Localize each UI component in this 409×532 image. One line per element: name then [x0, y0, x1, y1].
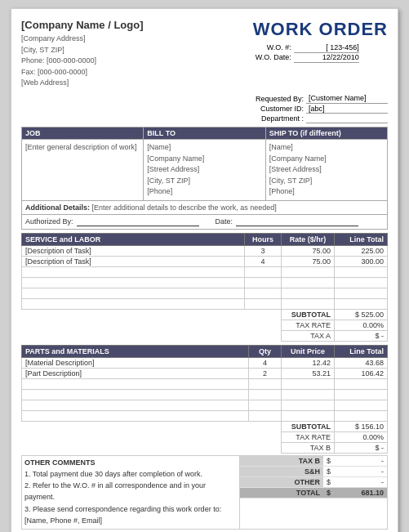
parts-data-row: [Part Description] 2 53.21 106.42 — [22, 368, 388, 378]
total-value: 681.10 — [334, 487, 387, 498]
parts-subtotal-value: $ 156.10 — [335, 421, 388, 431]
job-header: JOB BILL TO SHIP TO (if different) — [22, 127, 387, 139]
parts-empty-row — [22, 378, 388, 389]
comment-item: 1. Total payment due 30 days after compl… — [24, 468, 237, 480]
service-taxrate-label: TAX RATE — [282, 320, 335, 330]
customer-id-value: [abc] — [306, 104, 388, 114]
parts-qty-header: Qty — [249, 345, 282, 357]
other-sym: $ — [323, 476, 334, 487]
service-row-hours: 4 — [245, 256, 282, 266]
parts-empty-row — [22, 389, 388, 400]
wo-number-label: W.O. #: — [253, 42, 294, 52]
customer-id-label: Customer ID: — [253, 104, 306, 114]
wo-date-value: 12/22/2010 — [294, 52, 359, 62]
taxb-label: TAX B — [240, 456, 323, 467]
service-empty-row — [22, 266, 388, 277]
parts-total-header: Line Total — [335, 345, 388, 357]
page-title: WORK ORDER — [253, 19, 388, 40]
service-row-desc: [Description of Task] — [22, 245, 245, 256]
parts-taxrate-row: TAX RATE 0.00% — [22, 431, 388, 442]
company-phone: Phone: [000-000-0000] — [21, 56, 144, 67]
sh-row: S&H $ - — [240, 466, 387, 476]
service-empty-row — [22, 277, 388, 288]
totals-section: TAX B $ - S&H $ - OTHER $ - TOTAL $ — [240, 456, 387, 530]
parts-row-qty: 4 — [249, 357, 282, 368]
service-taxrate-value: 0.00% — [335, 320, 388, 330]
bill-to: [Name] [Company Name] [Street Address] [… — [144, 140, 265, 200]
parts-row-unit: 12.42 — [282, 357, 335, 368]
parts-tax-row: TAX B $ - — [22, 442, 388, 453]
authorized-by: Authorized By: — [25, 217, 199, 226]
parts-taxrate-label: TAX RATE — [282, 431, 335, 442]
total-sym: $ — [323, 487, 334, 498]
other-value: - — [334, 476, 387, 487]
service-desc-header: SERVICE and LABOR — [22, 233, 245, 245]
service-row-rate: 75.00 — [282, 245, 335, 256]
parts-empty-row — [22, 410, 388, 421]
taxb-value: - — [334, 456, 387, 467]
job-section: JOB BILL TO SHIP TO (if different) [Ente… — [21, 127, 388, 230]
comment-item: [Name, Phone #, Email] — [24, 515, 237, 526]
bill-col-label: BILL TO — [143, 127, 265, 139]
parts-empty-row — [22, 400, 388, 410]
wo-date-label: W.O. Date: — [253, 52, 294, 62]
parts-row-unit: 53.21 — [282, 368, 335, 378]
parts-tax-value: $ - — [335, 442, 388, 453]
service-row-total: 225.00 — [335, 245, 388, 256]
company-block: [Company Name / Logo] [Company Address] … — [21, 19, 144, 89]
parts-materials-table: PARTS and MATERIALS Qty Unit Price Line … — [21, 345, 388, 454]
comments-left: OTHER COMMENTS 1. Total payment due 30 d… — [22, 456, 240, 530]
service-subtotal-row: SUBTOTAL $ 525.00 — [22, 309, 388, 320]
service-subtotal-sym: $ — [355, 311, 359, 319]
parts-row-qty: 2 — [249, 368, 282, 378]
requested-by-label: Requested By: — [253, 94, 306, 104]
company-name: [Company Name / Logo] — [21, 19, 144, 31]
company-address: [Company Address] — [21, 34, 144, 45]
service-subtotal-value: $ 525.00 — [335, 309, 388, 320]
total-row: TOTAL $ 681.10 — [240, 487, 387, 498]
company-city: [City, ST ZIP] — [21, 45, 144, 56]
service-total-header: Line Total — [335, 233, 388, 245]
parts-row-desc: [Material Description] — [22, 357, 249, 368]
service-data-row: [Description of Task] 3 75.00 225.00 — [22, 245, 388, 256]
service-subtotal-label: SUBTOTAL — [282, 309, 335, 320]
comment-item: 2. Refer to the W.O. # in all correspond… — [24, 480, 237, 503]
job-description: [Enter general description of work] — [22, 140, 144, 200]
parts-desc-header: PARTS and MATERIALS — [22, 345, 249, 357]
parts-tax-label: TAX B — [282, 442, 335, 453]
comments-section: OTHER COMMENTS 1. Total payment due 30 d… — [21, 455, 388, 530]
taxb-sym: $ — [323, 456, 334, 467]
service-row-total: 300.00 — [335, 256, 388, 266]
comment-item: 3. Please send correspondence regarding … — [24, 503, 237, 515]
parts-body: [Material Description] 4 12.42 43.68 [Pa… — [22, 357, 388, 421]
parts-taxrate-value: 0.00% — [335, 431, 388, 442]
ship-to: [Name] [Company Name] [Street Address] [… — [266, 140, 387, 200]
department-label: Department : — [253, 114, 306, 123]
service-tax-value: $ - — [335, 330, 388, 341]
customer-info: Requested By: [Customer Name] Customer I… — [21, 94, 388, 124]
requested-by-value: [Customer Name] — [306, 94, 388, 104]
service-tax-label: TAX A — [282, 330, 335, 341]
sh-label: S&H — [240, 466, 323, 476]
company-web: [Web Address] — [21, 78, 144, 89]
work-order-page: [Company Name / Logo] [Company Address] … — [11, 8, 398, 532]
other-row: OTHER $ - — [240, 476, 387, 487]
service-empty-row — [22, 288, 388, 298]
parts-row-desc: [Part Description] — [22, 368, 249, 378]
service-rate-header: Rate ($/hr) — [282, 233, 335, 245]
totals-table: TAX B $ - S&H $ - OTHER $ - TOTAL $ — [240, 456, 387, 498]
job-col-label: JOB — [22, 127, 143, 139]
parts-header-row: PARTS and MATERIALS Qty Unit Price Line … — [22, 345, 388, 357]
service-body: [Description of Task] 3 75.00 225.00 [De… — [22, 245, 388, 309]
service-row-hours: 3 — [245, 245, 282, 256]
service-empty-row — [22, 298, 388, 309]
service-hours-header: Hours — [245, 233, 282, 245]
job-body: [Enter general description of work] [Nam… — [22, 139, 387, 200]
company-fax: Fax: [000-000-0000] — [21, 67, 144, 78]
parts-data-row: [Material Description] 4 12.42 43.68 — [22, 357, 388, 368]
parts-row-total: 43.68 — [335, 357, 388, 368]
ship-col-label: SHIP TO (if different) — [265, 127, 387, 139]
total-label: TOTAL — [240, 487, 323, 498]
parts-row-total: 106.42 — [335, 368, 388, 378]
parts-subtotal-label: SUBTOTAL — [282, 421, 335, 431]
